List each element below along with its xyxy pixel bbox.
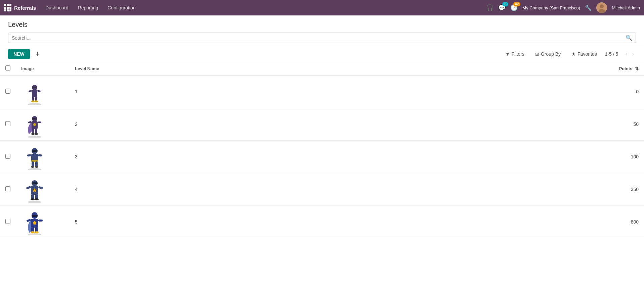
grid-icon bbox=[4, 4, 11, 11]
svg-rect-16 bbox=[32, 118, 37, 119]
download-button[interactable]: ⬇ bbox=[33, 49, 42, 59]
headset-icon: 🎧 bbox=[486, 4, 493, 11]
row-checkbox[interactable] bbox=[5, 89, 10, 94]
nav-dashboard[interactable]: Dashboard bbox=[41, 3, 73, 12]
row-checkbox-cell bbox=[0, 206, 16, 238]
chat-icon-btn[interactable]: 💬 6 bbox=[498, 4, 506, 11]
svg-point-17 bbox=[33, 123, 36, 126]
search-row: 🔍 bbox=[0, 30, 644, 46]
hero-figure bbox=[21, 143, 48, 170]
settings-icon[interactable]: 🔧 bbox=[585, 5, 592, 11]
svg-rect-49 bbox=[32, 215, 38, 217]
prev-page-button[interactable]: ‹ bbox=[624, 50, 629, 58]
download-icon: ⬇ bbox=[35, 51, 40, 57]
svg-point-13 bbox=[28, 136, 41, 138]
level-name-cell: 5 bbox=[70, 206, 377, 238]
svg-point-44 bbox=[31, 198, 35, 200]
nav-configuration[interactable]: Configuration bbox=[103, 3, 139, 12]
table-row[interactable]: 2 50 bbox=[0, 108, 644, 141]
activity-badge: 42 bbox=[513, 2, 520, 6]
app-name: Referrals bbox=[14, 5, 36, 11]
svg-rect-4 bbox=[32, 90, 37, 97]
svg-point-45 bbox=[35, 198, 39, 200]
pagination-info: 1-5 / 5 bbox=[605, 51, 618, 57]
svg-point-33 bbox=[31, 166, 34, 168]
support-icon-btn[interactable]: 🎧 bbox=[486, 4, 493, 11]
table-row[interactable]: 5 800 bbox=[0, 206, 644, 238]
table-row[interactable]: 4 350 bbox=[0, 173, 644, 206]
levels-table: Image Level Name Points ⇅ bbox=[0, 62, 644, 238]
svg-point-1 bbox=[600, 4, 604, 8]
filters-button[interactable]: ▼ Filters bbox=[503, 50, 527, 58]
toolbar-row: NEW ⬇ ▼ Filters ⊞ Group By ★ Favorites bbox=[0, 46, 644, 62]
toolbar-right: ▼ Filters ⊞ Group By ★ Favorites 1-5 / 5… bbox=[503, 50, 636, 58]
select-all-checkbox[interactable] bbox=[5, 65, 10, 70]
svg-point-22 bbox=[31, 133, 35, 135]
hero-image-cell bbox=[16, 206, 70, 238]
points-col-header: Points ⇅ bbox=[377, 62, 644, 75]
level-name-cell: 3 bbox=[70, 141, 377, 173]
svg-point-12 bbox=[35, 100, 38, 102]
app-brand[interactable]: Referrals bbox=[4, 4, 36, 11]
user-avatar[interactable] bbox=[596, 2, 607, 13]
table-row[interactable]: 3 100 bbox=[0, 141, 644, 173]
select-all-col bbox=[0, 62, 16, 75]
svg-rect-43 bbox=[38, 186, 43, 189]
svg-point-56 bbox=[35, 231, 39, 233]
svg-point-34 bbox=[35, 166, 38, 168]
level-name-cell: 4 bbox=[70, 173, 377, 206]
user-name[interactable]: Mitchell Admin bbox=[612, 5, 640, 10]
favorites-button[interactable]: ★ Favorites bbox=[569, 50, 600, 58]
layers-icon: ⊞ bbox=[535, 51, 539, 57]
toolbar-left: NEW ⬇ bbox=[8, 49, 42, 59]
row-checkbox[interactable] bbox=[5, 154, 10, 159]
svg-point-11 bbox=[31, 100, 35, 102]
level-name-cell: 2 bbox=[70, 108, 377, 141]
svg-rect-54 bbox=[38, 220, 43, 222]
row-checkbox-cell bbox=[0, 173, 16, 206]
search-input[interactable] bbox=[12, 35, 626, 41]
next-page-button[interactable]: › bbox=[630, 50, 636, 58]
activity-icon-btn[interactable]: 🕐 42 bbox=[510, 4, 518, 11]
row-checkbox[interactable] bbox=[5, 121, 10, 126]
svg-point-3 bbox=[28, 103, 41, 105]
nav-reporting[interactable]: Reporting bbox=[74, 3, 102, 12]
main-content: Levels 🔍 NEW ⬇ ▼ Filters bbox=[0, 15, 644, 291]
points-cell: 50 bbox=[377, 108, 644, 141]
hero-image-cell bbox=[16, 108, 70, 141]
content-area: Image Level Name Points ⇅ bbox=[0, 62, 644, 238]
svg-point-23 bbox=[35, 133, 38, 135]
svg-rect-42 bbox=[26, 186, 31, 189]
row-checkbox-cell bbox=[0, 108, 16, 141]
points-cell: 350 bbox=[377, 173, 644, 206]
row-checkbox-cell bbox=[0, 75, 16, 108]
svg-point-24 bbox=[28, 168, 41, 170]
hero-image-cell bbox=[16, 141, 70, 173]
row-checkbox[interactable] bbox=[5, 219, 10, 224]
groupby-button[interactable]: ⊞ Group By bbox=[532, 50, 563, 58]
level-name-cell: 1 bbox=[70, 75, 377, 108]
hero-image-cell bbox=[16, 173, 70, 206]
svg-rect-27 bbox=[32, 150, 37, 152]
search-container[interactable]: 🔍 bbox=[8, 33, 636, 43]
svg-rect-21 bbox=[38, 122, 41, 123]
page-title: Levels bbox=[8, 21, 636, 29]
points-sort-icon[interactable]: ⇅ bbox=[635, 66, 639, 71]
chat-badge: 6 bbox=[502, 2, 508, 6]
svg-point-46 bbox=[28, 233, 41, 235]
new-button[interactable]: NEW bbox=[8, 49, 30, 59]
navbar: Referrals Dashboard Reporting Configurat… bbox=[0, 0, 644, 15]
hero-image-cell bbox=[16, 75, 70, 108]
hero-figure bbox=[21, 176, 48, 203]
star-icon: ★ bbox=[571, 51, 576, 57]
table-row[interactable]: 1 0 bbox=[0, 75, 644, 108]
row-checkbox[interactable] bbox=[5, 186, 10, 191]
hero-figure bbox=[21, 111, 48, 138]
svg-point-35 bbox=[28, 201, 41, 203]
page-heading-row: Levels bbox=[0, 15, 644, 30]
company-name[interactable]: My Company (San Francisco) bbox=[522, 5, 580, 10]
search-icon[interactable]: 🔍 bbox=[626, 35, 632, 41]
filter-icon: ▼ bbox=[505, 51, 510, 57]
row-checkbox-cell bbox=[0, 141, 16, 173]
points-cell: 100 bbox=[377, 141, 644, 173]
